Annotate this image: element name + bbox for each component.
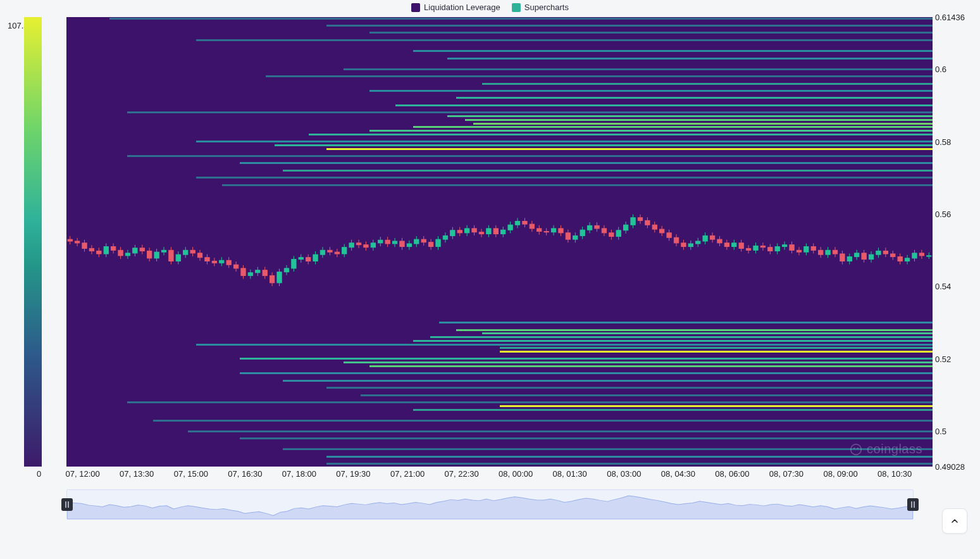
svg-rect-15 — [118, 250, 123, 256]
svg-rect-133 — [544, 232, 549, 232]
chevron-up-icon — [950, 516, 960, 526]
svg-point-241 — [853, 447, 855, 449]
svg-rect-195 — [768, 248, 772, 251]
time-scrubber[interactable] — [66, 489, 914, 520]
svg-rect-37 — [197, 253, 202, 258]
svg-rect-47 — [233, 265, 238, 268]
svg-rect-183 — [724, 243, 729, 247]
svg-rect-97 — [414, 239, 419, 244]
y-axis-tick: 0.52 — [935, 354, 951, 363]
svg-rect-135 — [551, 229, 555, 232]
svg-rect-111 — [465, 229, 469, 233]
scrubber-preview — [67, 490, 913, 519]
svg-rect-119 — [493, 229, 498, 234]
svg-rect-101 — [428, 242, 433, 247]
svg-rect-7 — [89, 248, 94, 251]
svg-rect-149 — [602, 229, 606, 233]
svg-rect-93 — [400, 241, 404, 247]
legend-item-supercharts[interactable]: Supercharts — [512, 3, 569, 12]
svg-rect-127 — [523, 221, 527, 224]
svg-rect-17 — [125, 253, 130, 256]
colorbar-column: 107.38K — [0, 17, 66, 467]
svg-rect-131 — [537, 229, 542, 232]
svg-point-242 — [857, 447, 859, 449]
x-axis-tick: 07, 12:00 — [66, 469, 100, 479]
svg-rect-67 — [306, 258, 311, 261]
svg-rect-57 — [270, 275, 274, 282]
y-axis: 0.490280.50.520.540.560.580.60.61436 — [933, 17, 980, 467]
x-axis-tick: 08, 10:30 — [878, 469, 912, 479]
legend: Liquidation Leverage Supercharts — [0, 0, 980, 17]
svg-rect-189 — [746, 248, 750, 250]
svg-rect-147 — [595, 225, 599, 229]
svg-rect-221 — [862, 253, 866, 260]
svg-rect-85 — [371, 243, 375, 248]
svg-rect-231 — [898, 257, 902, 261]
svg-rect-159 — [638, 218, 642, 221]
svg-rect-235 — [912, 253, 917, 258]
x-axis-tick: 08, 07:30 — [769, 469, 803, 479]
svg-rect-109 — [457, 230, 462, 233]
svg-rect-225 — [876, 251, 881, 254]
svg-rect-19 — [133, 248, 137, 253]
svg-rect-213 — [833, 250, 837, 254]
svg-rect-123 — [508, 225, 512, 230]
svg-rect-35 — [190, 250, 195, 253]
svg-rect-143 — [580, 230, 585, 236]
x-axis-tick: 08, 01:30 — [553, 469, 587, 479]
x-axis-tick: 07, 22:30 — [444, 469, 478, 479]
svg-rect-43 — [220, 260, 224, 263]
scrubber-handle-right[interactable] — [907, 498, 919, 511]
x-axis-tick: 07, 21:00 — [390, 469, 425, 479]
svg-rect-227 — [883, 251, 888, 254]
x-axis-tick: 08, 04:30 — [661, 469, 695, 479]
svg-rect-121 — [501, 230, 506, 234]
svg-rect-117 — [487, 229, 491, 234]
plot-area[interactable]: coinglass — [66, 17, 933, 467]
scrubber-handle-left[interactable] — [61, 498, 73, 511]
scroll-to-top-button[interactable] — [942, 508, 967, 534]
svg-rect-65 — [299, 258, 303, 260]
svg-rect-185 — [732, 243, 736, 247]
svg-rect-181 — [717, 239, 722, 243]
svg-rect-105 — [443, 236, 447, 239]
svg-rect-139 — [566, 233, 570, 239]
svg-rect-169 — [674, 237, 678, 243]
svg-rect-9 — [97, 251, 101, 254]
main-chart[interactable]: coinglass — [66, 17, 933, 467]
watermark-text: coinglass — [867, 442, 922, 456]
y-axis-tick: 0.49028 — [935, 462, 965, 472]
svg-rect-75 — [335, 252, 339, 254]
svg-rect-87 — [378, 240, 383, 243]
scrubber-track[interactable] — [66, 489, 914, 520]
svg-rect-199 — [782, 245, 786, 247]
svg-rect-25 — [154, 252, 159, 258]
svg-rect-33 — [183, 250, 188, 254]
svg-rect-219 — [855, 253, 859, 257]
y-axis-tick: 0.5 — [935, 427, 946, 436]
svg-rect-157 — [631, 218, 635, 225]
svg-rect-13 — [111, 247, 116, 251]
candlestick-overlay — [66, 17, 933, 467]
svg-rect-11 — [104, 247, 108, 254]
svg-rect-55 — [263, 270, 267, 276]
legend-label: Supercharts — [524, 3, 569, 12]
svg-rect-237 — [919, 253, 924, 256]
svg-rect-115 — [479, 232, 483, 234]
svg-rect-165 — [660, 229, 664, 233]
svg-rect-89 — [385, 240, 390, 244]
svg-rect-83 — [364, 245, 368, 248]
svg-rect-211 — [826, 250, 830, 254]
svg-rect-207 — [811, 247, 816, 251]
x-axis: 0 07, 12:0007, 13:3007, 15:0007, 16:3007… — [66, 469, 933, 483]
y-axis-tick: 0.6 — [935, 65, 946, 74]
svg-rect-69 — [313, 254, 318, 261]
svg-rect-59 — [277, 272, 282, 283]
x-axis-tick: 08, 09:00 — [823, 469, 857, 479]
svg-point-240 — [851, 444, 862, 455]
colorbar — [24, 17, 42, 467]
svg-rect-217 — [847, 257, 852, 261]
svg-rect-161 — [645, 220, 650, 225]
legend-item-liquidation[interactable]: Liquidation Leverage — [411, 3, 500, 12]
svg-rect-107 — [450, 230, 455, 236]
